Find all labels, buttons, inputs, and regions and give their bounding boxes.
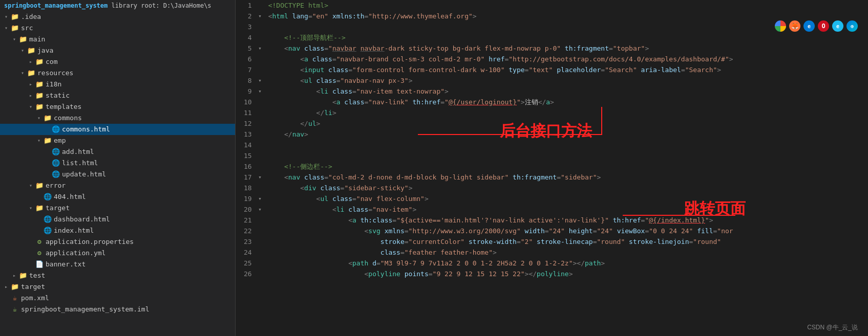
library-root-label: library root: D:\JavaHome\s [108,2,211,9]
label-app-yml: application.yml [46,248,105,259]
label-error: error [46,180,66,191]
sidebar-item-target-inner[interactable]: ▾ 📁 target [0,203,235,214]
arrow-target-inner: ▾ [27,203,35,214]
label-main: main [29,34,45,45]
code-line-23: stroke="currentColor" stroke-width="2" s… [268,236,868,247]
code-line-16: <!--侧边栏--> [268,161,868,172]
label-target: target [21,281,45,293]
sidebar-item-main[interactable]: ▾ 📁 main [0,34,235,45]
folder-icon-target: 📁 [10,281,19,293]
project-name-label: springboot_management_system [4,2,108,9]
code-line-21: <a th:class="${active=='main.html'?'nav-… [268,215,868,226]
label-java: java [37,45,53,56]
code-line-17: <nav class="col-md-2 d-none d-md-block b… [268,172,868,183]
project-title: springboot_management_system library roo… [0,0,235,11]
arrow-app-props [27,236,35,248]
arrow-main: ▾ [10,34,18,45]
code-line-4: <!--顶部导航栏--> [268,32,868,43]
sidebar-item-iml[interactable]: ☕ springboot_management_system.iml [0,304,235,315]
code-content: <!DOCTYPE html> <html lang="en" xmlns:th… [264,0,868,336]
arrow-static: ▸ [27,90,35,101]
sidebar-item-commons-html[interactable]: 🌐 commons.html [0,124,235,135]
label-idea: .idea [21,11,41,23]
label-list-html: list.html [62,158,98,169]
label-com: com [46,56,57,68]
arrow-update-html [43,169,51,180]
folder-icon-resources: 📁 [27,68,36,79]
folder-icon-main: 📁 [18,34,28,45]
file-icon-app-yml: ⚙ [35,248,44,259]
code-line-19: <ul class="nav flex-column"> [268,193,868,204]
sidebar-item-index-html[interactable]: 🌐 index.html [0,225,235,236]
code-line-13: </nav> [268,129,868,140]
label-resources: resources [37,68,73,79]
code-line-18: <div class="sidebar-sticky"> [268,183,868,193]
code-line-1: <!DOCTYPE html> [268,0,868,11]
arrow-commons-html [43,124,51,135]
sidebar-item-application-properties[interactable]: ⚙ application.properties [0,236,235,248]
code-line-2: <html lang="en" xmlns:th="http://www.thy… [268,11,868,21]
label-commons: commons [54,113,82,124]
code-line-6: <a class="navbar-brand col-sm-3 col-md-2… [268,54,868,64]
code-area[interactable]: 12345 678910 1112131415 1617181920 21222… [236,0,868,336]
file-icon-app-props: ⚙ [35,236,44,248]
sidebar-item-add-html[interactable]: 🌐 add.html [0,146,235,158]
chrome-icon [775,20,786,32]
edge-legacy-icon: e [803,20,815,32]
arrow-error: ▾ [27,180,35,191]
label-banner-txt: banner.txt [46,259,86,270]
arrow-banner-txt [27,259,35,270]
sidebar-item-pom-xml[interactable]: ☕ pom.xml [0,293,235,304]
arrow-pom-xml [2,293,10,304]
line-numbers: 12345 678910 1112131415 1617181920 21222… [236,0,256,336]
label-iml: springboot_management_system.iml [21,304,149,315]
sidebar-item-list-html[interactable]: 🌐 list.html [0,158,235,169]
folder-icon-error: 📁 [35,180,44,191]
arrow-index-html [35,225,43,236]
file-tree[interactable]: springboot_management_system library roo… [0,0,236,336]
sidebar-item-404-html[interactable]: 🌐 404.html [0,191,235,203]
sidebar-item-commons[interactable]: ▾ 📁 commons [0,113,235,124]
sidebar-item-target[interactable]: ▸ 📁 target [0,281,235,293]
folder-icon-src: 📁 [10,23,19,34]
sidebar-item-emp[interactable]: ▾ 📁 emp [0,135,235,146]
edge-new-icon: ⊕ [846,20,858,32]
sidebar-item-resources[interactable]: ▾ 📁 resources [0,68,235,79]
label-i18n: i18n [46,79,61,90]
sidebar-item-i18n[interactable]: ▸ 📁 i18n [0,79,235,90]
sidebar-item-src[interactable]: ▾ 📁 src [0,23,235,34]
label-target-inner: target [46,203,70,214]
folder-icon-i18n: 📁 [35,79,44,90]
arrow-templates: ▾ [27,101,35,113]
arrow-dashboard-html [35,214,43,225]
sidebar-item-dashboard-html[interactable]: 🌐 dashboard.html [0,214,235,225]
code-line-24: class="feather feather-home"> [268,247,868,258]
arrow-list-html [43,158,51,169]
file-icon-list-html: 🌐 [51,158,60,169]
code-line-20: <li class="nav-item"> [268,204,868,215]
code-line-15 [268,150,868,161]
arrow-iml [2,304,10,315]
arrow-commons: ▾ [35,113,43,124]
sidebar-item-banner-txt[interactable]: 📄 banner.txt [0,259,235,270]
sidebar-item-templates[interactable]: ▾ 📁 templates [0,101,235,113]
folder-icon-target-inner: 📁 [35,203,44,214]
label-emp: emp [54,135,66,146]
sidebar-item-error[interactable]: ▾ 📁 error [0,180,235,191]
file-icon-banner-txt: 📄 [35,259,44,270]
sidebar-item-java[interactable]: ▾ 📁 java [0,45,235,56]
folder-icon-test: 📁 [18,270,28,281]
file-icon-update-html: 🌐 [51,169,60,180]
sidebar-item-idea[interactable]: ▾ 📁 .idea [0,11,235,23]
label-404-html: 404.html [54,191,86,203]
sidebar-item-static[interactable]: ▸ 📁 static [0,90,235,101]
sidebar-item-com[interactable]: ▸ 📁 com [0,56,235,68]
folder-icon-idea: 📁 [10,11,19,23]
sidebar-item-application-yml[interactable]: ⚙ application.yml [0,248,235,259]
sidebar-item-update-html[interactable]: 🌐 update.html [0,169,235,180]
arrow-idea: ▾ [2,11,10,23]
file-icon-iml: ☕ [10,304,19,315]
code-line-11: </li> [268,107,868,118]
sidebar-item-test[interactable]: ▸ 📁 test [0,270,235,281]
fold-gutter: ▾ ▾ ▾ ▾ ▾ ▾ ▾ [256,0,264,336]
